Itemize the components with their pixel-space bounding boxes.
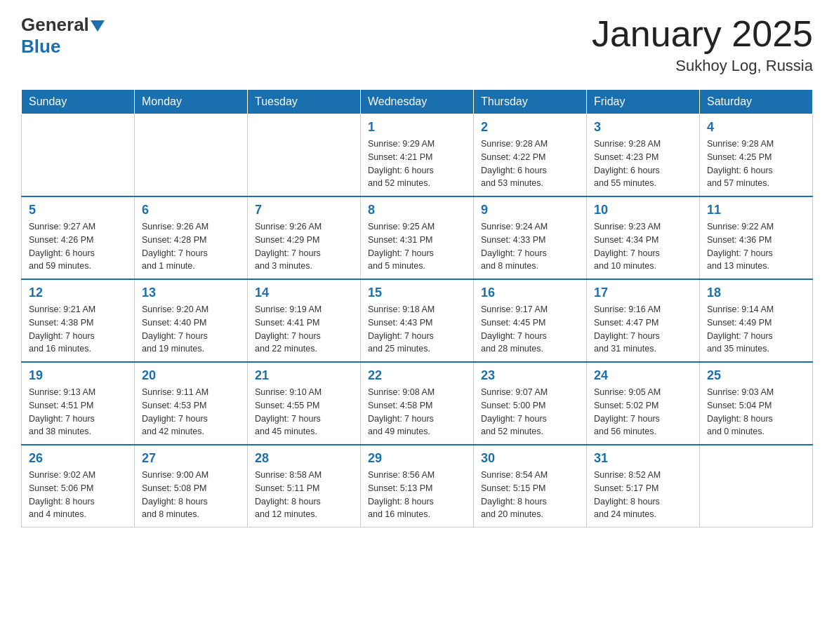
day-number: 28 (255, 451, 353, 466)
calendar-cell: 27Sunrise: 9:00 AMSunset: 5:08 PMDayligh… (135, 445, 248, 528)
day-number: 18 (707, 286, 805, 300)
calendar-cell: 21Sunrise: 9:10 AMSunset: 4:55 PMDayligh… (248, 362, 361, 445)
day-info: Sunrise: 9:19 AMSunset: 4:41 PMDaylight:… (255, 303, 353, 356)
logo-general-text: General (21, 14, 89, 36)
day-info: Sunrise: 9:10 AMSunset: 4:55 PMDaylight:… (255, 386, 353, 438)
day-header-saturday: Saturday (700, 90, 813, 114)
day-number: 26 (29, 451, 127, 466)
calendar-cell: 13Sunrise: 9:20 AMSunset: 4:40 PMDayligh… (135, 279, 248, 362)
day-number: 20 (142, 368, 240, 383)
day-number: 6 (142, 203, 240, 217)
calendar-cell (248, 114, 361, 197)
day-info: Sunrise: 8:52 AMSunset: 5:17 PMDaylight:… (594, 469, 692, 521)
day-info: Sunrise: 9:05 AMSunset: 5:02 PMDaylight:… (594, 386, 692, 438)
day-info: Sunrise: 9:25 AMSunset: 4:31 PMDaylight:… (368, 220, 466, 273)
day-header-thursday: Thursday (474, 90, 587, 114)
calendar-cell: 17Sunrise: 9:16 AMSunset: 4:47 PMDayligh… (587, 279, 700, 362)
day-number: 25 (707, 368, 805, 383)
calendar-cell: 10Sunrise: 9:23 AMSunset: 4:34 PMDayligh… (587, 196, 700, 279)
day-header-friday: Friday (587, 90, 700, 114)
calendar-cell: 14Sunrise: 9:19 AMSunset: 4:41 PMDayligh… (248, 279, 361, 362)
calendar-cell (135, 114, 248, 197)
calendar-cell: 31Sunrise: 8:52 AMSunset: 5:17 PMDayligh… (587, 445, 700, 528)
day-info: Sunrise: 9:21 AMSunset: 4:38 PMDaylight:… (29, 303, 127, 356)
day-number: 14 (255, 286, 353, 300)
day-info: Sunrise: 8:58 AMSunset: 5:11 PMDaylight:… (255, 469, 353, 521)
calendar-cell: 11Sunrise: 9:22 AMSunset: 4:36 PMDayligh… (700, 196, 813, 279)
calendar-cell: 15Sunrise: 9:18 AMSunset: 4:43 PMDayligh… (361, 279, 474, 362)
day-number: 1 (368, 120, 466, 135)
page-header: General Blue January 2025 Sukhoy Log, Ru… (21, 14, 813, 75)
calendar-cell: 4Sunrise: 9:28 AMSunset: 4:25 PMDaylight… (700, 114, 813, 197)
title-section: January 2025 Sukhoy Log, Russia (592, 14, 813, 75)
day-number: 10 (594, 203, 692, 217)
day-info: Sunrise: 9:08 AMSunset: 4:58 PMDaylight:… (368, 386, 466, 438)
day-info: Sunrise: 9:13 AMSunset: 4:51 PMDaylight:… (29, 386, 127, 438)
day-number: 7 (255, 203, 353, 217)
calendar-cell: 2Sunrise: 9:28 AMSunset: 4:22 PMDaylight… (474, 114, 587, 197)
day-info: Sunrise: 9:22 AMSunset: 4:36 PMDaylight:… (707, 220, 805, 273)
calendar-cell: 18Sunrise: 9:14 AMSunset: 4:49 PMDayligh… (700, 279, 813, 362)
calendar-cell: 19Sunrise: 9:13 AMSunset: 4:51 PMDayligh… (22, 362, 135, 445)
calendar-cell: 28Sunrise: 8:58 AMSunset: 5:11 PMDayligh… (248, 445, 361, 528)
calendar-cell: 3Sunrise: 9:28 AMSunset: 4:23 PMDaylight… (587, 114, 700, 197)
logo-blue-text: Blue (21, 36, 60, 58)
day-info: Sunrise: 8:54 AMSunset: 5:15 PMDaylight:… (481, 469, 579, 521)
day-info: Sunrise: 9:23 AMSunset: 4:34 PMDaylight:… (594, 220, 692, 273)
calendar-cell: 8Sunrise: 9:25 AMSunset: 4:31 PMDaylight… (361, 196, 474, 279)
day-info: Sunrise: 9:29 AMSunset: 4:21 PMDaylight:… (368, 137, 466, 190)
calendar-table: SundayMondayTuesdayWednesdayThursdayFrid… (21, 89, 813, 528)
day-header-tuesday: Tuesday (248, 90, 361, 114)
day-number: 23 (481, 368, 579, 383)
day-number: 31 (594, 451, 692, 466)
day-info: Sunrise: 9:20 AMSunset: 4:40 PMDaylight:… (142, 303, 240, 356)
calendar-cell: 26Sunrise: 9:02 AMSunset: 5:06 PMDayligh… (22, 445, 135, 528)
day-header-monday: Monday (135, 90, 248, 114)
calendar-cell: 22Sunrise: 9:08 AMSunset: 4:58 PMDayligh… (361, 362, 474, 445)
day-info: Sunrise: 9:27 AMSunset: 4:26 PMDaylight:… (29, 220, 127, 273)
calendar-cell: 6Sunrise: 9:26 AMSunset: 4:28 PMDaylight… (135, 196, 248, 279)
day-info: Sunrise: 9:02 AMSunset: 5:06 PMDaylight:… (29, 469, 127, 521)
day-number: 21 (255, 368, 353, 383)
calendar-cell: 7Sunrise: 9:26 AMSunset: 4:29 PMDaylight… (248, 196, 361, 279)
day-number: 30 (481, 451, 579, 466)
day-number: 29 (368, 451, 466, 466)
calendar-cell: 20Sunrise: 9:11 AMSunset: 4:53 PMDayligh… (135, 362, 248, 445)
day-info: Sunrise: 9:28 AMSunset: 4:23 PMDaylight:… (594, 137, 692, 190)
calendar-cell: 25Sunrise: 9:03 AMSunset: 5:04 PMDayligh… (700, 362, 813, 445)
calendar-cell: 29Sunrise: 8:56 AMSunset: 5:13 PMDayligh… (361, 445, 474, 528)
day-info: Sunrise: 9:07 AMSunset: 5:00 PMDaylight:… (481, 386, 579, 438)
day-number: 11 (707, 203, 805, 217)
day-number: 15 (368, 286, 466, 300)
day-number: 9 (481, 203, 579, 217)
month-title: January 2025 (592, 14, 813, 54)
day-info: Sunrise: 9:24 AMSunset: 4:33 PMDaylight:… (481, 220, 579, 273)
day-info: Sunrise: 9:18 AMSunset: 4:43 PMDaylight:… (368, 303, 466, 356)
day-number: 2 (481, 120, 579, 135)
calendar-cell (22, 114, 135, 197)
calendar-cell (700, 445, 813, 528)
day-number: 24 (594, 368, 692, 383)
logo-triangle-icon (91, 20, 105, 32)
day-info: Sunrise: 9:26 AMSunset: 4:28 PMDaylight:… (142, 220, 240, 273)
day-number: 16 (481, 286, 579, 300)
day-number: 12 (29, 286, 127, 300)
day-info: Sunrise: 9:28 AMSunset: 4:22 PMDaylight:… (481, 137, 579, 190)
day-number: 17 (594, 286, 692, 300)
day-info: Sunrise: 9:11 AMSunset: 4:53 PMDaylight:… (142, 386, 240, 438)
day-number: 13 (142, 286, 240, 300)
day-number: 27 (142, 451, 240, 466)
calendar-cell: 23Sunrise: 9:07 AMSunset: 5:00 PMDayligh… (474, 362, 587, 445)
calendar-cell: 9Sunrise: 9:24 AMSunset: 4:33 PMDaylight… (474, 196, 587, 279)
logo: General Blue (21, 14, 105, 58)
calendar-cell: 1Sunrise: 9:29 AMSunset: 4:21 PMDaylight… (361, 114, 474, 197)
day-number: 3 (594, 120, 692, 135)
calendar-cell: 30Sunrise: 8:54 AMSunset: 5:15 PMDayligh… (474, 445, 587, 528)
day-info: Sunrise: 9:28 AMSunset: 4:25 PMDaylight:… (707, 137, 805, 190)
day-number: 8 (368, 203, 466, 217)
calendar-cell: 16Sunrise: 9:17 AMSunset: 4:45 PMDayligh… (474, 279, 587, 362)
day-header-wednesday: Wednesday (361, 90, 474, 114)
day-info: Sunrise: 9:00 AMSunset: 5:08 PMDaylight:… (142, 469, 240, 521)
day-info: Sunrise: 9:17 AMSunset: 4:45 PMDaylight:… (481, 303, 579, 356)
day-info: Sunrise: 9:03 AMSunset: 5:04 PMDaylight:… (707, 386, 805, 438)
